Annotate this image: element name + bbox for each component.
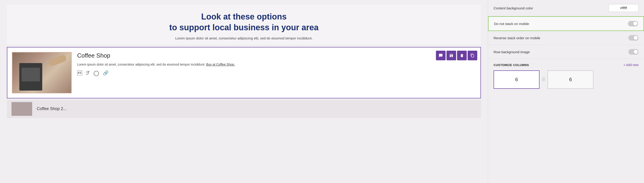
arm-shape [48,54,67,67]
instagram-icon[interactable]: ◯ [94,70,99,76]
do-not-stack-toggle[interactable] [628,21,638,26]
customize-section: CUSTOMIZE COLUMNS + Add new 6 ⠿ 6 [488,59,644,93]
coffee-machine-image [19,63,42,91]
card-toolbar [436,51,477,60]
column-box-1[interactable]: 6 [494,70,540,89]
delete-button[interactable] [457,51,467,60]
bottom-image [12,102,32,116]
header-subtitle: Lorem ipsum dolor sit amet, consectetur … [12,36,476,40]
comment-button[interactable] [436,51,446,60]
reverse-stack-row: Reverse stack order on mobile [488,31,644,45]
card-title: Coffee Shop [77,52,476,59]
add-new-button[interactable]: + Add new [623,63,638,67]
reverse-stack-toggle[interactable] [628,35,638,41]
header-title: Look at these options to support local b… [12,11,476,33]
row-bg-toggle[interactable] [628,49,638,55]
customize-header: CUSTOMIZE COLUMNS + Add new [494,63,638,67]
link-icon[interactable]: 🔗 [103,70,109,76]
content-bg-row: Content background color #ffffff [488,0,644,16]
card-section: Coffee Shop Lorem ipsum dolor sit amet, … [7,47,481,98]
do-not-stack-label: Do not stack on mobile [494,22,529,26]
customize-title: CUSTOMIZE COLUMNS [494,63,529,67]
save-button[interactable] [446,51,456,60]
card-social-icons:  ℱ ◯ 🔗 [77,70,476,76]
card-image [12,52,72,93]
card-image-inner [12,52,71,93]
do-not-stack-row: Do not stack on mobile [488,16,644,31]
content-bg-label: Content background color [494,6,533,10]
card-link[interactable]: Buy at Coffee Shop. [206,63,235,66]
header-section: Look at these options to support local b… [7,4,481,45]
bottom-card-title: Coffee Shop 2... [37,106,66,111]
copy-button[interactable] [468,51,477,60]
card-content: Coffee Shop Lorem ipsum dolor sit amet, … [77,52,476,76]
column-divider: ⠿ [542,77,545,82]
column-box-2[interactable]: 6 [548,70,594,89]
bottom-partial-card: Coffee Shop 2... [7,100,481,118]
reverse-stack-label: Reverse stack order on mobile [494,36,540,40]
row-bg-row: Row background image [488,45,644,59]
right-panel: Content background color #ffffff Do not … [488,0,644,183]
card-text: Lorem ipsum dolor sit amet, consectetur … [77,62,476,67]
content-area: Look at these options to support local b… [0,0,488,183]
facebook-icon[interactable]: ℱ [86,70,90,76]
columns-grid: 6 ⠿ 6 [494,70,638,89]
row-bg-label: Row background image [494,50,530,54]
facebook-icon[interactable]:  [77,70,82,76]
card-inner: Coffee Shop Lorem ipsum dolor sit amet, … [7,47,480,98]
content-bg-value[interactable]: #ffffff [609,4,638,12]
